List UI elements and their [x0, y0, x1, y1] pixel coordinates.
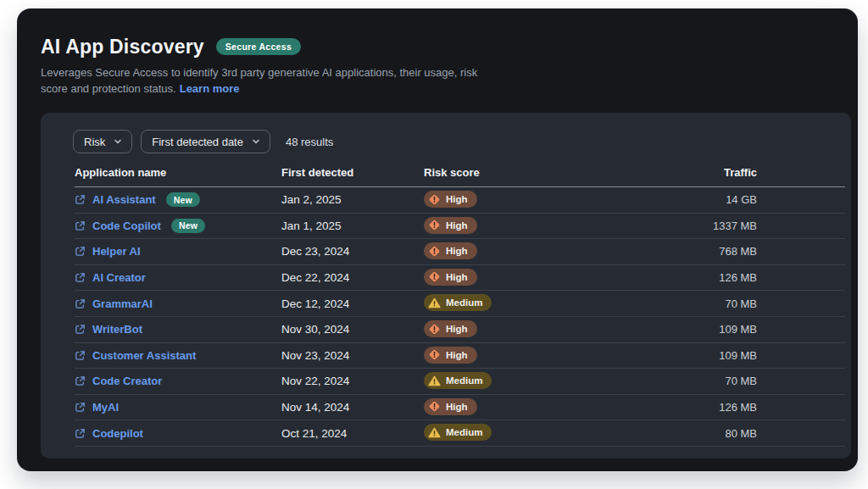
external-link-icon: [75, 194, 86, 205]
table-row: AI Creator Dec 22, 2024 High 126 MB: [75, 265, 845, 292]
chevron-down-icon: [251, 136, 261, 147]
external-link-icon: [75, 220, 86, 231]
risk-score-cell: High: [424, 217, 676, 236]
risk-score-cell: High: [424, 320, 676, 339]
first-detected-value: Dec 22, 2024: [281, 271, 424, 284]
ai-app-discovery-window: AI App Discovery Secure Access Leverages…: [17, 8, 858, 471]
traffic-value: 1337 MB: [676, 219, 845, 232]
column-header-application-name: Application name: [75, 166, 281, 179]
application-name-cell: GrammarAI: [75, 297, 281, 310]
external-link-icon: [75, 428, 86, 439]
traffic-value: 109 MB: [676, 323, 845, 336]
app-link[interactable]: Customer Assistant: [75, 349, 196, 362]
application-name-cell: Helper AI: [75, 245, 281, 258]
warning-triangle-icon: [428, 426, 441, 439]
external-link-icon: [75, 298, 86, 309]
risk-badge: High: [424, 320, 477, 337]
risk-badge: High: [424, 398, 477, 415]
risk-badge: Medium: [424, 372, 492, 389]
traffic-value: 14 GB: [676, 193, 845, 206]
app-link[interactable]: GrammarAI: [75, 297, 153, 310]
page-title: AI App Discovery: [41, 35, 204, 58]
page-description: Leverages Secure Access to identify 3rd …: [41, 64, 515, 97]
application-name-cell: Code Copilot New: [75, 219, 281, 233]
app-link[interactable]: AI Assistant: [75, 193, 156, 206]
table-row: Helper AI Dec 23, 2024 High 768 MB: [75, 239, 845, 265]
risk-score-cell: Medium: [424, 372, 676, 391]
warning-diamond-icon: [428, 348, 441, 361]
warning-diamond-icon: [428, 323, 441, 336]
application-name-cell: Code Creator: [75, 375, 281, 387]
traffic-value: 126 MB: [676, 401, 845, 414]
warning-diamond-icon: [428, 219, 441, 231]
first-detected-value: Dec 12, 2024: [281, 297, 424, 310]
risk-score-cell: Medium: [424, 294, 676, 313]
risk-label: High: [446, 194, 468, 204]
first-detected-value: Nov 14, 2024: [281, 401, 424, 414]
learn-more-link[interactable]: Learn more: [180, 82, 240, 95]
risk-filter-label: Risk: [84, 136, 105, 148]
traffic-value: 70 MB: [676, 297, 845, 310]
app-link[interactable]: WriterBot: [75, 323, 142, 336]
table-row: Code Copilot New Jan 1, 2025 High 1337 M…: [75, 214, 845, 240]
results-card: Risk First detected date 48 results Appl…: [41, 113, 851, 458]
application-name-cell: WriterBot: [75, 323, 281, 336]
warning-triangle-icon: [428, 375, 441, 387]
app-link[interactable]: Codepilot: [75, 427, 143, 440]
external-link-icon: [75, 246, 86, 257]
new-badge: New: [166, 192, 200, 207]
risk-badge: Medium: [424, 424, 492, 441]
risk-label: High: [446, 350, 468, 360]
risk-label: Medium: [446, 375, 482, 386]
external-link-icon: [75, 350, 86, 361]
app-name-label: Codepilot: [92, 427, 143, 440]
application-name-cell: AI Assistant New: [75, 192, 281, 207]
table-row: Customer Assistant Nov 23, 2024 High 109…: [75, 343, 845, 370]
external-link-icon: [75, 402, 86, 413]
first-detected-value: Nov 23, 2024: [281, 349, 424, 362]
risk-badge: High: [424, 242, 477, 259]
traffic-value: 126 MB: [676, 271, 845, 284]
first-detected-value: Oct 21, 2024: [281, 427, 424, 440]
applications-table: Application name First detected Risk sco…: [75, 166, 845, 447]
column-header-risk-score: Risk score: [424, 166, 676, 179]
results-count: 48 results: [286, 136, 333, 148]
table-row: MyAI Nov 14, 2024 High 126 MB: [75, 395, 845, 421]
first-detected-date-dropdown[interactable]: First detected date: [141, 130, 270, 153]
first-detected-value: Jan 1, 2025: [281, 219, 424, 232]
app-link[interactable]: Helper AI: [75, 245, 141, 258]
app-link[interactable]: Code Creator: [75, 375, 162, 387]
risk-label: High: [446, 402, 468, 412]
table-body: AI Assistant New Jan 2, 2025 High 14 GB: [75, 187, 845, 447]
external-link-icon: [75, 375, 86, 386]
app-link[interactable]: MyAI: [75, 401, 119, 414]
traffic-value: 768 MB: [676, 245, 845, 258]
app-name-label: GrammarAI: [92, 297, 153, 310]
table-row: WriterBot Nov 30, 2024 High 109 MB: [75, 317, 845, 343]
traffic-value: 70 MB: [676, 375, 845, 387]
risk-filter-dropdown[interactable]: Risk: [73, 130, 132, 153]
traffic-value: 80 MB: [676, 427, 845, 440]
column-header-traffic: Traffic: [676, 166, 845, 179]
first-detected-value: Nov 30, 2024: [281, 323, 424, 336]
app-link[interactable]: Code Copilot: [75, 219, 161, 232]
risk-score-cell: High: [424, 191, 676, 209]
risk-label: High: [446, 220, 468, 231]
secure-access-badge: Secure Access: [216, 38, 301, 55]
description-line-1: Leverages Secure Access to identify 3rd …: [41, 66, 477, 79]
risk-label: High: [446, 272, 468, 282]
application-name-cell: Codepilot: [75, 427, 281, 440]
column-header-first-detected: First detected: [281, 166, 424, 179]
risk-score-cell: Medium: [424, 424, 676, 442]
application-name-cell: MyAI: [75, 401, 281, 414]
table-row: GrammarAI Dec 12, 2024 Medium 70 MB: [75, 291, 845, 317]
risk-label: Medium: [446, 297, 482, 308]
risk-score-cell: High: [424, 269, 676, 287]
table-header-row: Application name First detected Risk sco…: [75, 166, 845, 187]
risk-badge: High: [424, 269, 477, 286]
warning-triangle-icon: [428, 297, 441, 309]
new-badge: New: [171, 219, 205, 233]
page-header: AI App Discovery Secure Access Leverages…: [17, 8, 858, 97]
app-name-label: AI Creator: [92, 271, 146, 284]
app-link[interactable]: AI Creator: [75, 271, 146, 284]
